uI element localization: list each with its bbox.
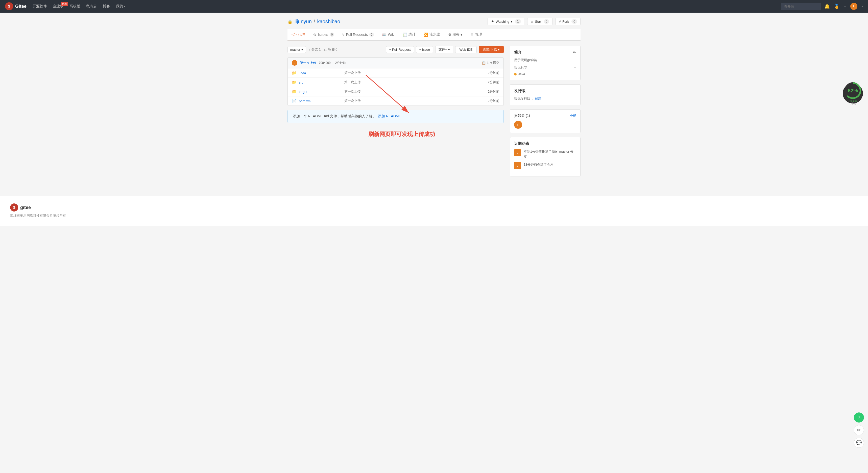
footer-logo-text: gitee [20, 205, 31, 210]
create-release-link[interactable]: 创建 [535, 97, 541, 100]
folder-icon: 📁 [292, 89, 296, 94]
pipeline-tab-icon: 🔀 [424, 33, 428, 37]
tab-pull-requests[interactable]: ⑂ Pull Requests 0 [338, 30, 378, 40]
nav-mine[interactable]: 我的 ▾ [116, 4, 126, 8]
sidebar-release: 发行版 暂无发行版， 创建 [510, 84, 581, 105]
watching-button[interactable]: 👁 Watching ▾ 1 [488, 18, 524, 25]
contributors-title: 贡献者 (1) [514, 113, 530, 118]
logo-icon: G [5, 2, 13, 10]
edit-intro-icon[interactable]: ✏ [573, 50, 576, 55]
tab-wiki[interactable]: 📖 Wiki [378, 30, 398, 40]
user-avatar[interactable]: L [850, 3, 858, 10]
tab-code[interactable]: </> 代码 [287, 29, 309, 40]
top-navigation: G Gitee 开源软件 企业版 特惠 高校版 私有云 博客 我的 ▾ 🔔 🏅 … [0, 0, 868, 12]
commit-message-link[interactable]: 第一次上传 [300, 61, 316, 65]
nav-blog[interactable]: 博客 [103, 4, 110, 8]
file-commit-msg: 第一次上传 [344, 89, 488, 94]
eye-icon: 👁 [491, 20, 494, 24]
tab-issues[interactable]: ⊙ Issues 0 [309, 30, 338, 40]
services-chevron-icon: ▾ [461, 33, 462, 37]
nav-private-cloud[interactable]: 私有云 [86, 4, 97, 8]
pull-request-button[interactable]: + Pull Request [386, 46, 414, 53]
file-row: 📄 pom.xml 第一次上传 2分钟前 [288, 96, 503, 105]
fork-icon: ⑂ [559, 20, 561, 24]
lang-dot [514, 73, 517, 75]
repo-tabs: </> 代码 ⊙ Issues 0 ⑂ Pull Requests 0 📖 Wi… [287, 29, 581, 41]
sidebar-intro: 简介 ✏ 用于玩玩git功能 暂无标签 + Java [510, 46, 581, 80]
commit-count: 📋 1 次提交 [482, 61, 499, 65]
file-icon: 📄 [292, 99, 296, 103]
commit-author-avatar: L [292, 60, 297, 66]
commit-bar: L 第一次上传 7084909 2分钟前 📋 1 次提交 [288, 58, 503, 68]
activity-text: 不到1分钟前推送了新的 master 分支 [524, 149, 576, 159]
webide-button[interactable]: Web IDE [455, 46, 477, 53]
watching-count: 1 [515, 19, 521, 24]
file-name-link[interactable]: .idea [299, 71, 344, 75]
contributor-avatar[interactable]: L [514, 121, 522, 129]
repo-title: 🔒 lijunyun / kaoshibao [287, 19, 340, 25]
nav-opensource[interactable]: 开源软件 [33, 4, 47, 8]
sidebar-lang: Java [514, 72, 576, 76]
footer: G gitee 深圳市奥思网络科技有限公司版权所有 [0, 196, 868, 226]
sidebar-tags-row: 暂无标签 + [514, 65, 576, 70]
tab-stats[interactable]: 📊 统计 [399, 29, 420, 40]
nav-icon-group: 🔔 🏅 + L ▾ [824, 3, 863, 10]
file-button[interactable]: 文件+ ▾ [435, 46, 453, 53]
speed-down-label: ↓ 0k/s [849, 102, 856, 105]
file-name-link[interactable]: target [299, 90, 344, 94]
services-tab-icon: ⚙ [448, 33, 452, 37]
footer-company: 深圳市奥思网络科技有限公司版权所有 [10, 213, 858, 218]
fork-button[interactable]: ⑂ Fork 0 [556, 18, 581, 25]
star-button[interactable]: ☆ Star 0 [527, 18, 553, 25]
file-name-link[interactable]: pom.xml [299, 99, 344, 103]
main-container: 🔒 lijunyun / kaoshibao 👁 Watching ▾ 1 ☆ … [282, 12, 586, 185]
file-chevron-icon: ▾ [448, 48, 450, 52]
sidebar-activity: 近期动态 L 不到1分钟前推送了新的 master 分支 L 13分钟前创建了仓… [510, 137, 581, 176]
issues-tab-label: Issues [318, 33, 328, 37]
add-readme-link[interactable]: 添加 README [378, 114, 401, 119]
tab-manage[interactable]: ⊞ 管理 [466, 29, 486, 40]
file-time: 2分钟前 [488, 99, 499, 103]
bell-button[interactable]: 🔔 [824, 3, 830, 9]
file-name-link[interactable]: src [299, 80, 344, 84]
activity-item: L 13分钟前创建了仓库 [514, 162, 576, 169]
plus-button[interactable]: + [843, 4, 846, 9]
speed-up-label: ↑ 0.1k/s [848, 99, 857, 102]
nav-search-area: 🔔 🏅 + L ▾ [781, 3, 863, 10]
commit-count-icon: 📋 [482, 61, 486, 65]
speed-widget: 62% ↑ 0.1k/s ↓ 0k/s [843, 83, 863, 103]
branch-selector[interactable]: master ▾ [287, 46, 306, 53]
nav-university[interactable]: 高校版 [69, 4, 80, 8]
wiki-tab-icon: 📖 [382, 33, 386, 37]
contributors-all-link[interactable]: 全部 [570, 113, 576, 118]
tags-count: 🏷 标签 0 [324, 47, 338, 52]
stats-tab-icon: 📊 [403, 33, 407, 37]
search-input[interactable] [781, 3, 821, 10]
branch-info: ⑂ 分支 1 🏷 标签 0 [308, 47, 338, 52]
file-time: 2分钟前 [488, 71, 499, 75]
activity-title: 近期动态 [514, 141, 576, 146]
repo-name-link[interactable]: kaoshibao [317, 19, 340, 25]
logo-text: Gitee [15, 4, 27, 9]
activity-item: L 不到1分钟前推送了新的 master 分支 [514, 149, 576, 159]
nav-enterprise[interactable]: 企业版 特惠 [53, 4, 63, 8]
annotation-area: 刷新网页即可发现上传成功 [287, 131, 504, 138]
clone-button[interactable]: 克隆/下载 ▾ [479, 46, 504, 53]
services-tab-label: 服务 [453, 32, 460, 37]
tab-services[interactable]: ⚙ 服务 ▾ [444, 29, 466, 40]
separator: / [314, 19, 315, 25]
branch-chevron-icon: ▾ [301, 48, 303, 52]
fork-count: 0 [571, 19, 577, 24]
issues-tab-icon: ⊙ [313, 33, 316, 37]
add-tag-icon[interactable]: + [574, 65, 576, 70]
gitee-logo[interactable]: G Gitee [5, 2, 27, 10]
footer-logo-icon: G [10, 203, 18, 211]
speed-percent-label: 62% [848, 88, 858, 94]
activity-avatar: L [514, 162, 521, 169]
readme-notice-text: 添加一个 README.md 文件，帮助感兴趣的人了解。 [293, 114, 376, 119]
issue-button[interactable]: + Issue [416, 46, 433, 53]
repo-owner-link[interactable]: lijunyun [294, 19, 312, 25]
medal-button[interactable]: 🏅 [834, 3, 839, 9]
tab-pipeline[interactable]: 🔀 流水线 [420, 29, 444, 40]
star-icon: ☆ [530, 20, 533, 24]
